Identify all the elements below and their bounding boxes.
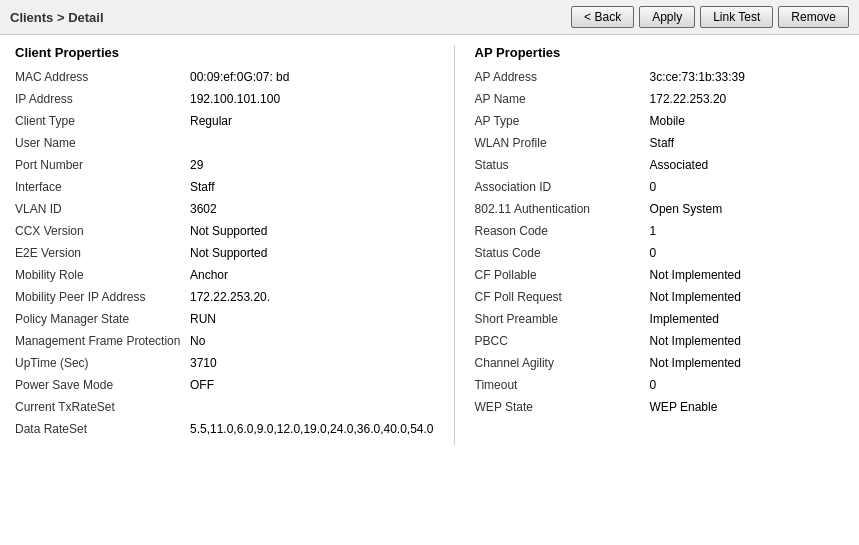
prop-value: Not Implemented [650, 268, 741, 282]
prop-label: Mobility Role [15, 268, 190, 282]
prop-value: 00:09:ef:0G:07: bd [190, 70, 289, 84]
prop-value: Open System [650, 202, 723, 216]
main-content: Client Properties MAC Address00:09:ef:0G… [0, 35, 859, 455]
table-row: Policy Manager StateRUN [15, 310, 434, 332]
prop-value: Not Implemented [650, 356, 741, 370]
ap-props-list: AP Address3c:ce:73:1b:33:39AP Name172.22… [475, 68, 844, 420]
prop-value: Not Supported [190, 224, 267, 238]
prop-label: Policy Manager State [15, 312, 190, 326]
table-row: Association ID0 [475, 178, 844, 200]
ap-properties-header: AP Properties [475, 45, 844, 60]
prop-label: MAC Address [15, 70, 190, 84]
prop-label: Port Number [15, 158, 190, 172]
prop-label: VLAN ID [15, 202, 190, 216]
table-row: PBCCNot Implemented [475, 332, 844, 354]
table-row: Timeout0 [475, 376, 844, 398]
client-properties-header: Client Properties [15, 45, 434, 60]
prop-value: Staff [190, 180, 214, 194]
prop-label: IP Address [15, 92, 190, 106]
breadcrumb: Clients > Detail [10, 10, 104, 25]
table-row: StatusAssociated [475, 156, 844, 178]
ap-properties-col: AP Properties AP Address3c:ce:73:1b:33:3… [475, 45, 844, 445]
prop-value: 192.100.101.100 [190, 92, 280, 106]
prop-value: Not Implemented [650, 334, 741, 348]
remove-button[interactable]: Remove [778, 6, 849, 28]
table-row: Current TxRateSet [15, 398, 434, 420]
table-row: AP TypeMobile [475, 112, 844, 134]
table-row: CCX VersionNot Supported [15, 222, 434, 244]
link-test-button[interactable]: Link Test [700, 6, 773, 28]
prop-value: 3602 [190, 202, 217, 216]
prop-label: PBCC [475, 334, 650, 348]
prop-value: Not Supported [190, 246, 267, 260]
table-row: WLAN ProfileStaff [475, 134, 844, 156]
prop-label: WLAN Profile [475, 136, 650, 150]
prop-label: CF Pollable [475, 268, 650, 282]
prop-value: 3c:ce:73:1b:33:39 [650, 70, 745, 84]
prop-label: AP Type [475, 114, 650, 128]
prop-value: Staff [650, 136, 674, 150]
table-row: Short PreambleImplemented [475, 310, 844, 332]
table-row: Power Save ModeOFF [15, 376, 434, 398]
table-row: AP Address3c:ce:73:1b:33:39 [475, 68, 844, 90]
table-row: Channel AgilityNot Implemented [475, 354, 844, 376]
prop-label: Current TxRateSet [15, 400, 190, 414]
table-row: CF PollableNot Implemented [475, 266, 844, 288]
table-row: CF Poll RequestNot Implemented [475, 288, 844, 310]
prop-label: User Name [15, 136, 190, 150]
prop-label: CCX Version [15, 224, 190, 238]
prop-label: AP Name [475, 92, 650, 106]
prop-label: WEP State [475, 400, 650, 414]
prop-value: WEP Enable [650, 400, 718, 414]
prop-label: Status [475, 158, 650, 172]
prop-value: Associated [650, 158, 709, 172]
table-row: Mobility Peer IP Address172.22.253.20. [15, 288, 434, 310]
table-row: User Name [15, 134, 434, 156]
table-row: AP Name172.22.253.20 [475, 90, 844, 112]
prop-label: Timeout [475, 378, 650, 392]
prop-value: Not Implemented [650, 290, 741, 304]
table-row: WEP StateWEP Enable [475, 398, 844, 420]
prop-label: Management Frame Protection [15, 334, 190, 348]
top-buttons: < Back Apply Link Test Remove [571, 6, 849, 28]
table-row: InterfaceStaff [15, 178, 434, 200]
prop-label: UpTime (Sec) [15, 356, 190, 370]
column-divider [454, 45, 455, 445]
table-row: Reason Code1 [475, 222, 844, 244]
prop-label: Client Type [15, 114, 190, 128]
prop-value: 1 [650, 224, 657, 238]
prop-label: Channel Agility [475, 356, 650, 370]
client-properties-col: Client Properties MAC Address00:09:ef:0G… [15, 45, 434, 445]
prop-label: AP Address [475, 70, 650, 84]
prop-value: No [190, 334, 205, 348]
table-row: Mobility RoleAnchor [15, 266, 434, 288]
prop-value: Mobile [650, 114, 685, 128]
prop-label: Status Code [475, 246, 650, 260]
table-row: IP Address192.100.101.100 [15, 90, 434, 112]
prop-label: Reason Code [475, 224, 650, 238]
prop-value: 3710 [190, 356, 217, 370]
table-row: Port Number29 [15, 156, 434, 178]
prop-label: Association ID [475, 180, 650, 194]
table-row: Status Code0 [475, 244, 844, 266]
prop-value: 5.5,11.0,6.0,9.0,12.0,19.0,24.0,36.0,40.… [190, 422, 434, 436]
client-props-list: MAC Address00:09:ef:0G:07: bdIP Address1… [15, 68, 434, 442]
prop-value: OFF [190, 378, 214, 392]
apply-button[interactable]: Apply [639, 6, 695, 28]
prop-value: 0 [650, 246, 657, 260]
table-row: E2E VersionNot Supported [15, 244, 434, 266]
prop-value: 29 [190, 158, 203, 172]
table-row: Management Frame ProtectionNo [15, 332, 434, 354]
prop-label: Interface [15, 180, 190, 194]
prop-label: Power Save Mode [15, 378, 190, 392]
table-row: Client TypeRegular [15, 112, 434, 134]
prop-value: Regular [190, 114, 232, 128]
prop-value: 172.22.253.20. [190, 290, 270, 304]
prop-value: 172.22.253.20 [650, 92, 727, 106]
top-bar: Clients > Detail < Back Apply Link Test … [0, 0, 859, 35]
table-row: Data RateSet5.5,11.0,6.0,9.0,12.0,19.0,2… [15, 420, 434, 442]
prop-value: Implemented [650, 312, 719, 326]
back-button[interactable]: < Back [571, 6, 634, 28]
table-row: UpTime (Sec)3710 [15, 354, 434, 376]
table-row: VLAN ID3602 [15, 200, 434, 222]
